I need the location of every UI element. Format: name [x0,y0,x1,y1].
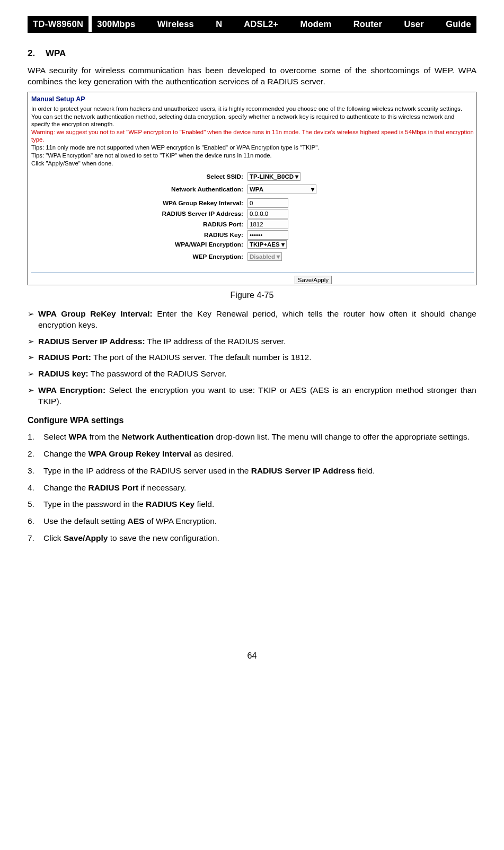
radius-key-input[interactable] [247,230,288,240]
step-item: Change the WPA Group Rekey Interval as d… [43,449,476,460]
step-number: 3. [28,466,43,477]
step-item: Type in the password in the RADIUS Key f… [43,499,476,510]
section-number: 2. [28,48,35,58]
bullet-text: The IP address of the RADIUS server. [145,337,286,346]
bullet-item: RADIUS Port: The port of the RADIUS serv… [38,352,476,363]
bullet-label: RADIUS Port: [38,353,91,362]
chevron-down-icon: ▾ [277,253,280,260]
step-item: Change the RADIUS Port if necessary. [43,483,476,494]
save-apply-button[interactable]: Save/Apply [295,276,332,284]
radius-key-label: RADIUS Key: [31,231,247,239]
ssid-label: Select SSID: [31,173,247,181]
auth-label: Network Authentication: [31,186,247,194]
section-title: WPA [46,48,66,58]
chevron-down-icon: ▾ [311,186,314,193]
step-number: 5. [28,499,43,510]
figure-line-1: In order to protect your network from ha… [31,105,474,112]
step-item: Select WPA from the Network Authenticati… [43,432,476,443]
bullet-icon: ➢ [28,369,38,380]
radius-port-label: RADIUS Port: [31,221,247,229]
bullet-item: WPA Group ReKey Interval: Enter the Key … [38,309,476,331]
ssid-select[interactable]: TP-LINK_B0CD ▾ [247,172,300,181]
wep-enc-select: Disabled ▾ [247,252,282,261]
intro-paragraph: WPA security for wireless communication … [28,65,476,87]
auth-value: WPA [250,186,263,192]
auth-select[interactable]: WPA▾ [247,185,316,194]
wpa-enc-value: TKIP+AES [250,241,280,248]
steps-list: 1.Select WPA from the Network Authentica… [28,432,476,544]
radius-port-input[interactable] [247,220,288,229]
bullet-label: RADIUS key: [38,369,89,378]
step-item: Click Save/Apply to save the new configu… [43,533,476,544]
figure-panel-title: Manual Setup AP [31,95,474,104]
step-item: Type in the IP address of the RADIUS ser… [43,466,476,477]
figure-caption: Figure 4-75 [28,290,476,301]
header-model: TD-W8960N [28,16,89,32]
radius-ip-input[interactable] [247,209,288,218]
bullet-icon: ➢ [28,336,38,347]
bullet-item: RADIUS key: The password of the RADIUS S… [38,369,476,380]
bullet-icon: ➢ [28,385,38,407]
rekey-label: WPA Group Rekey Interval: [31,199,247,207]
bullet-icon: ➢ [28,309,38,331]
section-heading: 2.WPA [28,48,476,60]
wep-enc-label: WEP Encryption: [31,253,247,261]
wep-enc-value: Disabled [250,253,275,260]
figure-done: Click "Apply/Save" when done. [31,160,474,167]
step-number: 2. [28,449,43,460]
wpa-enc-select[interactable]: TKIP+AES ▾ [247,240,287,249]
step-number: 4. [28,483,43,494]
bullet-label: WPA Encryption: [38,385,105,395]
figure-screenshot: Manual Setup AP In order to protect your… [28,92,476,285]
page-header: TD-W8960N 300Mbps Wireless N ADSL2+ Mode… [28,16,476,33]
step-number: 6. [28,516,43,527]
step-item: Use the default setting AES of WPA Encry… [43,516,476,527]
divider [31,273,474,273]
figure-line-2: You can set the network authentication m… [31,113,474,128]
header-title: 300Mbps Wireless N ADSL2+ Modem Router U… [92,16,476,32]
rekey-input[interactable] [247,198,288,208]
figure-tip-1: Tips: 11n only mode are not supported wh… [31,144,474,151]
step-number: 1. [28,432,43,443]
figure-form: Select SSID: TP-LINK_B0CD ▾ Network Auth… [31,173,474,264]
bullet-item: WPA Encryption: Select the encryption yo… [38,385,476,407]
figure-warning: Warning: we suggest you not to set "WEP … [31,128,474,143]
bullet-icon: ➢ [28,352,38,363]
page-number: 64 [28,650,476,662]
configure-heading: Configure WPA settings [28,415,476,426]
figure-tip-2: Tips: "WPA Encryption" are not allowed t… [31,152,474,159]
bullet-label: RADIUS Server IP Address: [38,337,145,346]
bullet-item: RADIUS Server IP Address: The IP address… [38,336,476,347]
ssid-value: TP-LINK_B0CD [250,173,294,180]
bullet-text: The password of the RADIUS Server. [89,369,227,378]
bullet-label: WPA Group ReKey Interval: [38,309,153,318]
wpa-enc-label: WPA/WAPI Encryption: [31,241,247,249]
radius-ip-label: RADIUS Server IP Address: [31,210,247,218]
chevron-down-icon: ▾ [295,173,298,180]
bullet-text: The port of the RADIUS server. The defau… [91,353,312,362]
step-number: 7. [28,533,43,544]
bullet-list: ➢WPA Group ReKey Interval: Enter the Key… [28,309,476,407]
chevron-down-icon: ▾ [281,241,285,248]
